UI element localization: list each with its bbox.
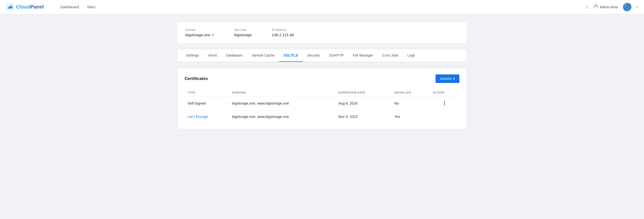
site-user-group: Site User bigstorage xyxy=(234,28,252,37)
certificates-header: Certificates Actions ▾ xyxy=(185,74,459,83)
col-type: TYPE xyxy=(185,89,229,96)
domain-value: bigstorage.one xyxy=(185,33,210,37)
domain-group: Domain bigstorage.one ⧉ xyxy=(185,28,214,37)
col-action: ACTION xyxy=(430,89,459,96)
logo-cloud-text: Cloud xyxy=(16,4,30,10)
col-domains: DOMAINS xyxy=(229,89,336,96)
logo-text: CloudPanel xyxy=(16,4,44,10)
tab-cron-jobs[interactable]: Cron Jobs xyxy=(378,49,403,62)
row1-domains: bigstorage.one, www.bigstorage.one xyxy=(229,96,336,111)
table-row: Self-Signed bigstorage.one, www.bigstora… xyxy=(185,96,459,111)
domain-label: Domain xyxy=(185,28,214,32)
admin-area-label: Admin Area xyxy=(600,5,618,9)
avatar-image xyxy=(623,3,631,11)
ip-address-group: IP Address 138.2.121.48 xyxy=(272,28,294,37)
admin-area[interactable]: Admin Area xyxy=(593,4,618,10)
ip-label: IP Address xyxy=(272,28,294,32)
user-avatar[interactable] xyxy=(623,3,631,11)
col-expiration-date: EXPIRATION DATE xyxy=(336,89,392,96)
tab-settings[interactable]: Settings xyxy=(182,49,203,62)
tab-security[interactable]: Security xyxy=(303,49,325,62)
tab-ssh-ftp[interactable]: SSH/FTP xyxy=(324,49,348,62)
row1-domains-value: bigstorage.one, www.bigstorage.one xyxy=(232,101,289,105)
tab-databases[interactable]: Databases xyxy=(221,49,247,62)
tab-vhost[interactable]: Vhost xyxy=(203,49,222,62)
domain-value-container: bigstorage.one ⧉ xyxy=(185,33,214,37)
tab-file-manager[interactable]: File Manager xyxy=(348,49,378,62)
row2-expiration-value: Nov 5, 2023 xyxy=(339,115,358,119)
nav-links: Dashboard Sites xyxy=(61,4,584,10)
dot1 xyxy=(444,101,445,102)
certificates-title: Certificates xyxy=(185,76,208,81)
row1-installed-value: No xyxy=(394,101,399,105)
row1-type-value: Self-Signed xyxy=(188,101,206,105)
col-installed: INSTALLED xyxy=(391,89,430,96)
row1-installed: No xyxy=(391,96,430,111)
table-header: TYPE DOMAINS EXPIRATION DATE INSTALLED A… xyxy=(185,89,459,96)
tab-ssl-tls[interactable]: SSL/TLS xyxy=(279,49,303,62)
dot3 xyxy=(444,104,445,105)
row2-domains-value: bigstorage.one, www.bigstorage.one xyxy=(232,115,289,119)
table-row: Let's Encrypt bigstorage.one, www.bigsto… xyxy=(185,111,459,123)
nav-sites[interactable]: Sites xyxy=(87,4,95,10)
dot2 xyxy=(444,103,445,104)
row1-action xyxy=(430,96,459,111)
table-body: Self-Signed bigstorage.one, www.bigstora… xyxy=(185,96,459,123)
site-user-label: Site User xyxy=(234,28,252,32)
logo[interactable]: CloudPanel xyxy=(6,3,46,11)
site-info-bar: Domain bigstorage.one ⧉ Site User bigsto… xyxy=(177,22,467,43)
theme-toggle-icon[interactable]: ☽ xyxy=(584,4,588,10)
top-navigation: CloudPanel Dashboard Sites ☽ Admin Area … xyxy=(0,0,644,14)
row2-installed-value: Yes xyxy=(394,115,400,119)
tab-varnish-cache[interactable]: Varnish Cache xyxy=(247,49,279,62)
main-content: Domain bigstorage.one ⧉ Site User bigsto… xyxy=(171,14,473,137)
row2-installed: Yes xyxy=(391,111,430,123)
svg-point-1 xyxy=(594,5,596,6)
avatar-chevron-icon[interactable]: ▾ xyxy=(636,5,638,9)
row2-expiration: Nov 5, 2023 xyxy=(336,111,392,123)
admin-users-icon xyxy=(593,4,598,10)
logo-icon xyxy=(6,3,14,11)
row2-type-link[interactable]: Let's Encrypt xyxy=(188,115,208,119)
nav-separator xyxy=(58,3,59,12)
site-user-value: bigstorage xyxy=(234,33,252,37)
row2-action xyxy=(430,111,459,123)
certificates-table: TYPE DOMAINS EXPIRATION DATE INSTALLED A… xyxy=(185,89,459,123)
row2-domains: bigstorage.one, www.bigstorage.one xyxy=(229,111,336,123)
row2-type: Let's Encrypt xyxy=(185,111,229,123)
row1-expiration-value: Aug 6, 2024 xyxy=(339,101,358,105)
row1-type: Self-Signed xyxy=(185,96,229,111)
external-link-icon[interactable]: ⧉ xyxy=(212,33,214,37)
logo-panel-text: Panel xyxy=(30,4,44,10)
ip-value: 138.2.121.48 xyxy=(272,33,294,37)
nav-right: ☽ Admin Area ▾ xyxy=(584,3,638,11)
svg-point-2 xyxy=(596,5,597,6)
nav-dashboard[interactable]: Dashboard xyxy=(61,4,79,10)
actions-chevron-icon: ▾ xyxy=(453,77,455,81)
table-header-row: TYPE DOMAINS EXPIRATION DATE INSTALLED A… xyxy=(185,89,459,96)
certificates-section: Certificates Actions ▾ TYPE DOMAINS EXPI… xyxy=(177,68,467,129)
row1-action-menu[interactable] xyxy=(433,100,456,106)
tab-logs[interactable]: Logs xyxy=(403,49,419,62)
tabs-list: Settings Vhost Databases Varnish Cache S… xyxy=(178,49,466,62)
actions-button[interactable]: Actions ▾ xyxy=(436,74,459,83)
row1-expiration: Aug 6, 2024 xyxy=(336,96,392,111)
tabs-card: Settings Vhost Databases Varnish Cache S… xyxy=(177,49,467,62)
actions-button-label: Actions xyxy=(440,77,452,81)
